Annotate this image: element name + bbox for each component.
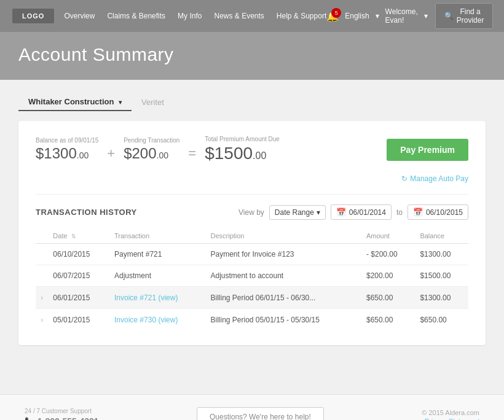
nav-overview[interactable]: Overview (64, 12, 95, 20)
transaction-table: Date ⇅ Transaction Description Amount Ba… (36, 228, 468, 330)
total-item: Total Premium Amount Due $1500.00 (205, 136, 280, 163)
cell-date: 06/10/2015 (48, 244, 109, 265)
calendar-to-icon: 📅 (413, 208, 423, 217)
expand-cell (36, 244, 48, 265)
notification-count: 5 (331, 8, 341, 18)
language-selector[interactable]: English (345, 12, 369, 20)
col-amount: Amount (361, 228, 415, 244)
col-expand (36, 228, 48, 244)
nav-claims[interactable]: Claims & Benefits (107, 12, 165, 20)
table-row: ›06/01/2015Invoice #721 (view)Billing Pe… (36, 287, 468, 309)
calendar-from-icon: 📅 (336, 208, 346, 217)
col-transaction: Transaction (109, 228, 205, 244)
expand-cell[interactable]: › (36, 287, 48, 309)
col-balance: Balance (415, 228, 468, 244)
privacy-link[interactable]: Privacy Statement (422, 418, 479, 420)
cell-amount: $200.00 (361, 265, 415, 287)
balance-section: Balance as of 09/01/15 $1300.00 + Pendin… (36, 136, 468, 163)
chevron-date-icon: ▾ (317, 208, 320, 217)
chevron-right-icon[interactable]: › (41, 293, 43, 302)
date-from-input[interactable]: 📅 06/01/2014 (331, 204, 392, 220)
pending-label: Pending Transaction (124, 137, 179, 144)
questions-button[interactable]: Questions? We're here to help! (197, 407, 324, 420)
date-to-input[interactable]: 📅 06/10/2015 (408, 204, 468, 220)
expand-cell (36, 265, 48, 287)
page-title: Account Summary (18, 44, 486, 65)
balance-amount: $1300.00 (36, 145, 98, 162)
cell-description: Payment for Invoice #123 (205, 244, 361, 265)
notification-bell[interactable]: 🔔 5 (326, 10, 339, 22)
nav-left: LOGO Overview Claims & Benefits My Info … (12, 9, 326, 23)
find-provider-button[interactable]: 🔍 Find a Provider (435, 3, 494, 29)
footer-right: © 2015 Aldera.com Privacy Statement (422, 409, 479, 420)
nav-right: 🔔 5 English ▾ Welcome, Evan! ▾ 🔍 Find a … (326, 3, 493, 29)
tab-dropdown-icon: ▾ (119, 99, 122, 106)
chevron-lang-icon: ▾ (376, 12, 379, 20)
cell-amount: - $200.00 (361, 244, 415, 265)
date-range-select[interactable]: Date Range ▾ (269, 205, 326, 220)
pending-amount: $200.00 (124, 145, 179, 162)
page-header: Account Summary (0, 32, 504, 80)
to-text: to (396, 208, 403, 217)
equals-operator: = (188, 138, 196, 161)
cell-date: 06/01/2015 (48, 287, 109, 309)
cell-balance: $1500.00 (415, 265, 468, 287)
cell-description: Billing Period 06/01/15 - 06/30... (205, 287, 361, 309)
main-content: Whitaker Construction ▾ Veritet Balance … (0, 80, 504, 370)
cell-balance: $650.00 (415, 309, 468, 331)
main-nav: Overview Claims & Benefits My Info News … (64, 12, 326, 20)
cell-transaction: Payment #721 (109, 244, 205, 265)
copyright-text: © 2015 Aldera.com (422, 409, 479, 416)
nav-my-info[interactable]: My Info (178, 12, 202, 20)
cell-date: 06/07/2015 (48, 265, 109, 287)
logo: LOGO (12, 9, 54, 23)
transaction-history-header: TRANSACTION HISTORY View by Date Range ▾… (36, 204, 468, 220)
col-description: Description (205, 228, 361, 244)
chevron-right-icon[interactable]: › (41, 315, 43, 324)
tab-whitaker[interactable]: Whitaker Construction ▾ (18, 92, 132, 111)
account-tabs: Whitaker Construction ▾ Veritet (18, 92, 486, 111)
cell-balance: $1300.00 (415, 244, 468, 265)
pay-premium-button[interactable]: Pay Premium (387, 139, 468, 161)
invoice-link[interactable]: Invoice #730 (view) (114, 316, 178, 324)
phone-row: 📞 1-800-555-4321 (25, 416, 99, 420)
table-row: 06/10/2015Payment #721Payment for Invoic… (36, 244, 468, 265)
expand-cell[interactable]: › (36, 309, 48, 331)
footer: 24 / 7 Customer Support 📞 1-800-555-4321… (0, 394, 504, 420)
support-label: 24 / 7 Customer Support (25, 408, 99, 414)
manage-auto-pay-link[interactable]: ↻ Manage Auto Pay (401, 174, 468, 183)
top-navigation: LOGO Overview Claims & Benefits My Info … (0, 0, 504, 32)
total-label: Total Premium Amount Due (205, 136, 280, 142)
table-row: 06/07/2015AdjustmentAdjustment to accoun… (36, 265, 468, 287)
table-row: ›05/01/2015Invoice #730 (view)Billing Pe… (36, 309, 468, 331)
cell-amount: $650.00 (361, 287, 415, 309)
tab-veritet[interactable]: Veritet (132, 93, 174, 111)
col-date: Date ⇅ (48, 228, 109, 244)
phone-icon: 📞 (25, 417, 34, 421)
auto-pay-row: ↻ Manage Auto Pay (36, 174, 468, 183)
top-right-info: 🔔 5 English ▾ Welcome, Evan! ▾ (326, 7, 428, 25)
nav-news[interactable]: News & Events (214, 12, 264, 20)
view-by-label: View by (238, 208, 264, 217)
chevron-welcome-icon: ▾ (424, 12, 428, 20)
welcome-text[interactable]: Welcome, Evan! (385, 7, 418, 25)
cell-description: Billing Period 05/01/15 - 05/30/15 (205, 309, 361, 331)
cell-description: Adjustment to account (205, 265, 361, 287)
th-controls: View by Date Range ▾ 📅 06/01/2014 to 📅 0… (238, 204, 468, 220)
phone-number[interactable]: 1-800-555-4321 (37, 416, 99, 420)
refresh-icon: ↻ (401, 174, 408, 183)
cell-amount: $650.00 (361, 309, 415, 331)
account-card: Balance as of 09/01/15 $1300.00 + Pendin… (18, 121, 486, 345)
cell-transaction[interactable]: Invoice #721 (view) (109, 287, 205, 309)
transaction-history-title: TRANSACTION HISTORY (36, 208, 137, 217)
search-icon: 🔍 (444, 12, 454, 20)
balance-label: Balance as of 09/01/15 (36, 137, 98, 144)
plus-operator: + (107, 138, 115, 161)
sort-date-icon[interactable]: ⇅ (71, 233, 76, 239)
cell-transaction[interactable]: Invoice #730 (view) (109, 309, 205, 331)
nav-help[interactable]: Help & Support (277, 12, 326, 20)
cell-transaction: Adjustment (109, 265, 205, 287)
pending-item: Pending Transaction $200.00 (124, 137, 179, 162)
cell-balance: $1300.00 (415, 287, 468, 309)
invoice-link[interactable]: Invoice #721 (view) (114, 294, 178, 302)
